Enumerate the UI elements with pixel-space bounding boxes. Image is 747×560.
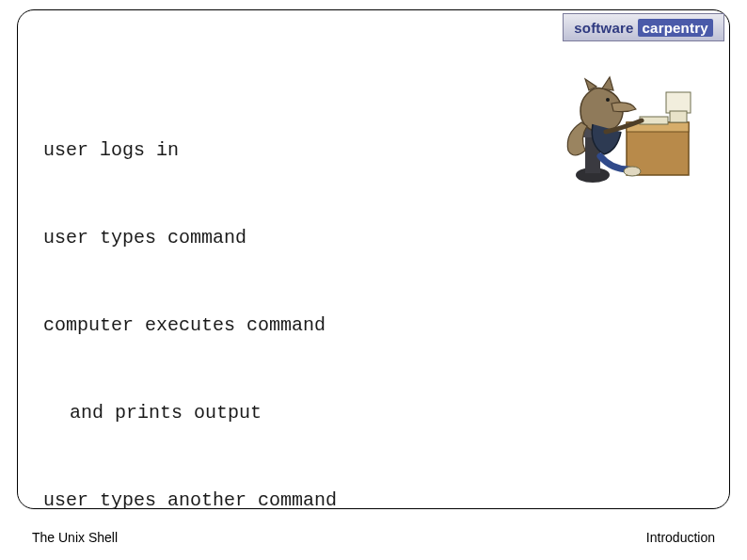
svg-rect-2 xyxy=(666,92,691,113)
footer-right: Introduction xyxy=(646,530,715,545)
content-line: and prints output xyxy=(43,398,532,427)
logo-software-carpentry: software carpentry xyxy=(563,13,724,41)
content-line: user types command xyxy=(43,223,532,252)
svg-point-8 xyxy=(606,98,610,102)
logo-word-carpentry: carpentry xyxy=(638,19,713,37)
wolf-at-computer-illustration xyxy=(561,75,696,186)
svg-rect-3 xyxy=(670,111,687,122)
content-line: user logs in xyxy=(43,136,532,165)
content-line: computer executes command xyxy=(43,311,532,340)
logo-word-software: software xyxy=(574,20,633,36)
footer-left: The Unix Shell xyxy=(32,530,118,545)
slide-content: user logs in user types command computer… xyxy=(43,77,532,560)
svg-point-9 xyxy=(624,167,641,176)
content-line: user types another command xyxy=(43,486,532,515)
